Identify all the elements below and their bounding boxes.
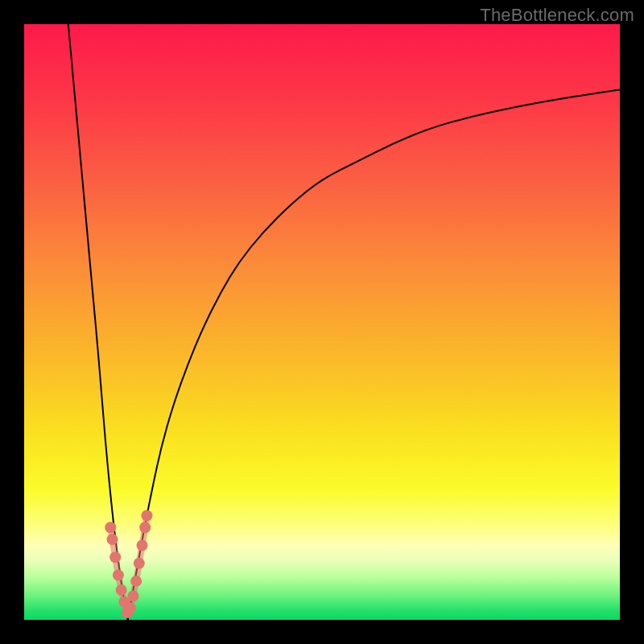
watermark-text: TheBottleneck.com [480, 5, 634, 26]
valley-marker-group [105, 510, 152, 619]
valley-marker [109, 551, 121, 563]
curve-right-branch [128, 89, 620, 620]
plot-area [24, 24, 620, 620]
valley-marker [107, 534, 118, 545]
valley-marker [139, 522, 151, 533]
curve-layer [24, 24, 620, 620]
curve-left-branch [68, 24, 128, 620]
valley-marker [105, 522, 116, 533]
valley-marker [127, 590, 138, 601]
valley-marker [113, 570, 124, 581]
valley-marker [116, 584, 127, 596]
valley-marker [130, 576, 142, 587]
valley-marker [141, 510, 152, 522]
chart-frame: TheBottleneck.com [0, 0, 644, 644]
valley-marker [125, 602, 136, 613]
valley-marker [134, 558, 145, 569]
valley-marker [137, 540, 148, 551]
